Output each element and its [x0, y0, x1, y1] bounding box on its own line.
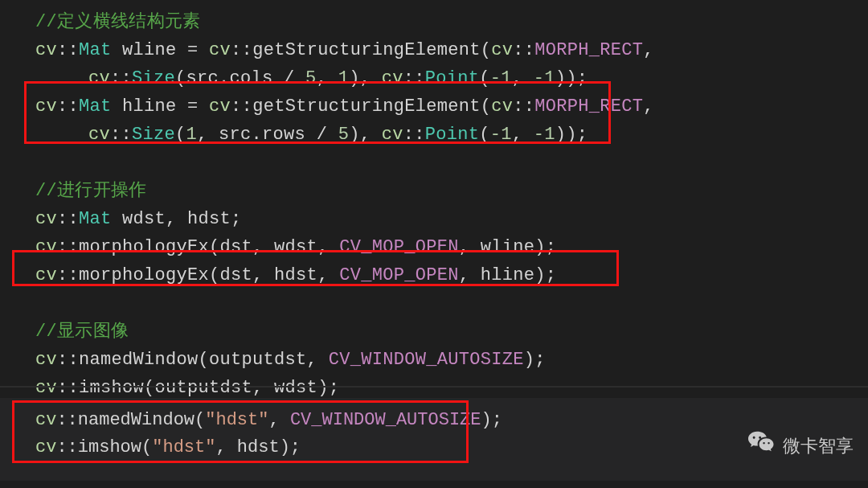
code-line: cv::namedWindow(outputdst, CV_WINDOW_AUT…	[0, 346, 868, 374]
comment: //显示图像	[35, 322, 129, 342]
code-editor[interactable]: //定义横线结构元素 cv::Mat wline = cv::getStruct…	[0, 0, 868, 402]
code-line: cv::Mat wdst, hdst;	[0, 205, 868, 233]
code-line: cv::Mat wline = cv::getStructuringElemen…	[0, 36, 868, 64]
code-line: cv::Size(1, src.rows / 5), cv::Point(-1,…	[0, 121, 868, 149]
blank-line	[0, 149, 868, 177]
code-line: cv::morphologyEx(dst, hdst, CV_MOP_OPEN,…	[0, 261, 868, 289]
panel-separator	[0, 386, 868, 388]
code-line: //定义横线结构元素	[0, 8, 868, 36]
code-line: //显示图像	[0, 318, 868, 346]
blank-line	[0, 289, 868, 318]
comment: //定义横线结构元素	[35, 12, 200, 32]
code-line: cv::Size(src.cols / 5, 1), cv::Point(-1,…	[0, 64, 868, 92]
code-line: cv::imshow("hdst", hdst);	[0, 433, 868, 461]
code-line: cv::Mat hline = cv::getStructuringElemen…	[0, 92, 868, 121]
comment: //进行开操作	[35, 181, 147, 201]
code-line: //进行开操作	[0, 177, 868, 205]
code-line: cv::namedWindow("hdst", CV_WINDOW_AUTOSI…	[0, 406, 868, 433]
code-line: cv::morphologyEx(dst, wdst, CV_MOP_OPEN,…	[0, 233, 868, 261]
lower-panel[interactable]: cv::namedWindow("hdst", CV_WINDOW_AUTOSI…	[0, 398, 868, 481]
